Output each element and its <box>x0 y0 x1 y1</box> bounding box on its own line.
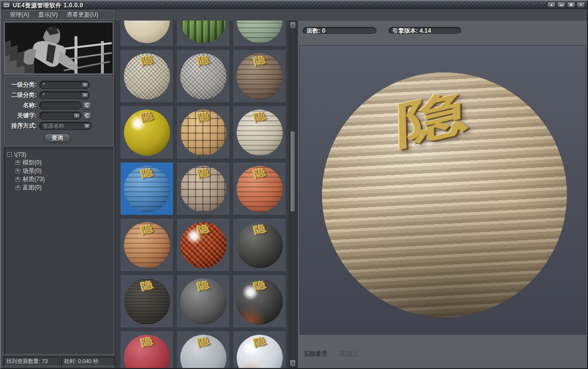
category1-select[interactable]: * ▼ <box>39 81 90 89</box>
sort-select[interactable]: 资源名称 ▼ <box>39 122 92 130</box>
material-thumbnail-white-weave[interactable]: 隐 <box>121 50 173 102</box>
menu-display[interactable]: 显示(V) <box>35 10 61 20</box>
menu-manage[interactable]: 管理(A) <box>6 10 33 20</box>
tree-item-scenes[interactable]: + 场景(0) <box>7 167 113 175</box>
material-thumbnail-mint-cracked[interactable]: 隐 <box>233 21 286 46</box>
material-thumbnail-red-scales[interactable]: 隐 <box>177 219 229 271</box>
clear-keyword-button[interactable]: C <box>83 112 91 120</box>
material-browser-panel: 隐隐隐隐隐隐隐隐隐隐隐隐隐隐隐隐隐隐隐隐隐 ▲ ▼ <box>115 21 297 368</box>
chevron-down-icon[interactable]: ▼ <box>74 113 80 118</box>
grid-scrollbar[interactable]: ▲ ▼ <box>289 21 296 368</box>
tab-3d-display[interactable]: 3D展示 <box>339 349 358 358</box>
material-sphere: 隐 <box>237 21 283 43</box>
material-thumbnail-gray-grout-grid[interactable]: 隐 <box>177 162 229 215</box>
material-sphere: 隐 <box>124 166 170 212</box>
search-form: 一级分类: * ▼ 二级分类: * ▼ 名称: C <box>4 76 114 146</box>
grayscale-photo <box>5 23 113 73</box>
material-thumbnail-lightgray-matte[interactable]: 隐 <box>177 331 229 368</box>
material-preview-sphere[interactable]: 隐 <box>322 72 567 317</box>
preview-panel: 面数: 0 引擎版本: 4.14 隐 实物参考 3D展示 <box>297 21 587 368</box>
title-bar[interactable]: UE4资源管理软件 1.0.0.0 ▲ ▬ ▣ ✕ <box>1 1 587 9</box>
elapsed-time-status: 耗时: 0.040 秒 <box>61 356 115 366</box>
material-thumbnail-salmon-brick[interactable]: 隐 <box>233 162 286 215</box>
expand-icon[interactable]: + <box>16 161 20 165</box>
brand-logo-icon: 隐 <box>139 334 154 349</box>
face-count-field: 面数: 0 <box>303 27 376 35</box>
tree-root[interactable]: - \(73) <box>7 150 113 159</box>
expand-icon[interactable]: + <box>16 185 20 190</box>
scroll-up-icon[interactable]: ▲ <box>290 22 296 29</box>
tree-item-models[interactable]: + 模型(0) <box>7 159 113 167</box>
brand-logo-icon: 隐 <box>252 52 267 68</box>
category-tree: - \(73) + 模型(0) + 场景(0) + 材质(73) + 蓝图(0) <box>4 147 114 354</box>
expand-icon[interactable]: + <box>16 177 20 182</box>
found-count-status: 找到资源数量: 73 <box>3 356 60 366</box>
material-thumbnail-red-matte[interactable]: 隐 <box>121 331 173 368</box>
material-thumbnail-tan-brick-grid[interactable]: 隐 <box>177 106 229 159</box>
material-sphere: 隐 <box>237 53 283 99</box>
name-input[interactable] <box>39 101 81 110</box>
brand-logo-icon: 隐 <box>196 109 210 124</box>
material-thumbnail-dark-chainmail[interactable]: 隐 <box>121 275 173 327</box>
brand-logo-icon: 隐 <box>139 277 154 293</box>
material-thumbnail-cream-marble[interactable]: 隐 <box>121 21 173 46</box>
brand-logo-icon: 隐 <box>196 277 210 293</box>
maximize-button[interactable]: ▣ <box>567 2 575 8</box>
brand-logo-icon: 隐 <box>196 52 210 68</box>
brand-logo-icon: 隐 <box>139 165 154 180</box>
material-sphere: 隐 <box>237 166 283 212</box>
chevron-down-icon[interactable]: ▼ <box>82 92 88 98</box>
category2-select[interactable]: * ▼ <box>39 91 90 99</box>
brand-logo-icon: 隐 <box>252 165 267 180</box>
material-sphere: 隐 <box>124 335 170 369</box>
chevron-down-icon[interactable]: ▼ <box>84 123 90 129</box>
scroll-down-icon[interactable]: ▼ <box>290 360 296 367</box>
keyword-select[interactable]: ▼ <box>39 112 81 120</box>
material-thumbnail-white-blocks[interactable]: 隐 <box>233 106 286 159</box>
name-label: 名称: <box>4 101 37 110</box>
material-thumbnail-green-cactus[interactable]: 隐 <box>177 21 229 46</box>
material-thumbnail-white-silver[interactable]: 隐 <box>233 331 286 368</box>
clear-name-button[interactable]: C <box>83 102 91 110</box>
search-button[interactable]: 查询 <box>44 134 71 143</box>
chevron-down-icon[interactable]: ▼ <box>82 82 88 88</box>
material-sphere: 隐 <box>237 110 283 156</box>
material-thumbnail-black-gloss[interactable]: 隐 <box>233 275 286 327</box>
material-thumbnail-blue-fabric[interactable]: 隐 <box>121 162 173 215</box>
material-thumbnail-brown-bark[interactable]: 隐 <box>233 50 286 102</box>
system-menu-icon[interactable] <box>2 2 10 8</box>
collapse-icon[interactable]: - <box>7 152 12 157</box>
menu-group: 管理(A) 显示(V) 查看更新(U) <box>3 10 115 20</box>
engine-version-field: 引擎版本: 4.14 <box>389 27 461 35</box>
minimize-button[interactable]: ▬ <box>557 2 565 8</box>
brand-logo-icon: 隐 <box>196 334 210 349</box>
left-panel: 一级分类: * ▼ 二级分类: * ▼ 名称: C <box>3 21 115 368</box>
tab-reference-photo[interactable]: 实物参考 <box>304 349 327 358</box>
brand-logo-icon: 隐 <box>139 52 154 68</box>
material-thumbnail-black-metal[interactable]: 隐 <box>233 219 286 271</box>
3d-viewport[interactable]: 隐 <box>299 45 586 335</box>
brand-logo-icon: 隐 <box>196 221 210 236</box>
window-title: UE4资源管理软件 1.0.0.0 <box>13 1 83 10</box>
material-thumbnail-yellow-gloss[interactable]: 隐 <box>121 106 173 159</box>
material-thumbnail-dark-matte[interactable]: 隐 <box>177 275 229 327</box>
scrollbar-thumb[interactable] <box>290 131 295 212</box>
material-thumbnail-orange-brick[interactable]: 隐 <box>121 219 173 271</box>
reference-photo-preview <box>4 22 114 74</box>
pin-button[interactable]: ▲ <box>547 2 556 8</box>
category2-label: 二级分类: <box>4 91 37 99</box>
material-sphere: 隐 <box>180 222 226 268</box>
expand-icon[interactable]: + <box>16 169 20 173</box>
tree-item-materials[interactable]: + 材质(73) <box>7 175 113 184</box>
material-thumbnail-gray-stoneweave[interactable]: 隐 <box>177 50 229 102</box>
menu-check-update[interactable]: 查看更新(U) <box>63 10 102 20</box>
material-sphere: 隐 <box>124 222 170 268</box>
brand-logo-icon: 隐 <box>252 109 267 124</box>
material-sphere: 隐 <box>124 110 170 156</box>
material-sphere: 隐 <box>237 278 283 324</box>
tree-item-blueprints[interactable]: + 蓝图(0) <box>7 184 113 192</box>
material-sphere: 隐 <box>124 21 170 43</box>
thumbnail-grid-clip: 隐隐隐隐隐隐隐隐隐隐隐隐隐隐隐隐隐隐隐隐隐 <box>115 21 290 368</box>
material-sphere: 隐 <box>124 278 170 324</box>
close-button[interactable]: ✕ <box>577 2 585 8</box>
